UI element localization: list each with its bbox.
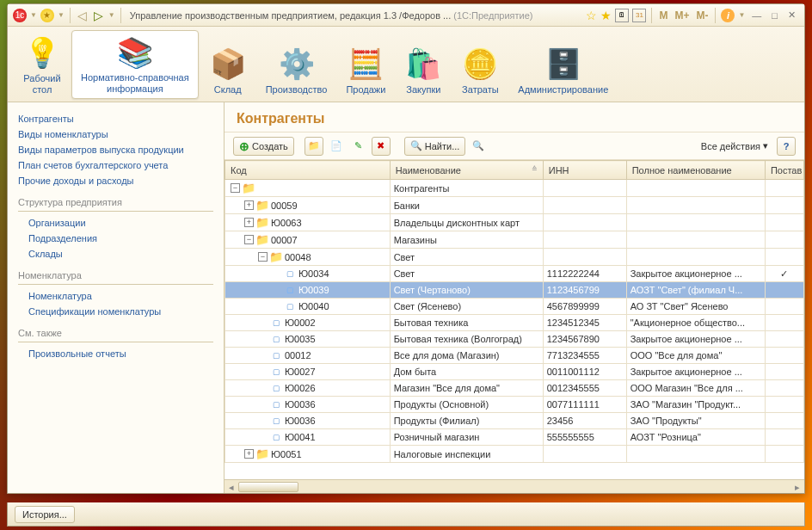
table-row[interactable]: ▢Ю0036 Продукты (Филиал) 23456 ЗАО "Прод… [225, 413, 804, 429]
sidebar-link[interactable]: Спецификации номенклатуры [18, 304, 213, 319]
sidebar-link[interactable]: Подразделения [18, 231, 213, 246]
m-button[interactable]: M [657, 9, 669, 22]
expander-icon[interactable]: + [244, 200, 254, 210]
create-button[interactable]: ⊕Создать [233, 137, 294, 156]
info-icon[interactable]: i [721, 9, 735, 22]
sidebar-link[interactable]: Номенклатура [18, 288, 213, 304]
sidebar-link[interactable]: Контрагенты [18, 111, 213, 126]
calendar-icon[interactable]: 31 [632, 9, 646, 22]
m-plus-button[interactable]: M+ [673, 9, 691, 22]
cell-inn [543, 180, 626, 197]
info-dd[interactable]: ▼ [738, 11, 745, 19]
table-row[interactable]: ▢Ю0002 Бытовая техника 1234512345 "Акцио… [225, 315, 804, 331]
cell-name: Все для дома (Магазин) [390, 348, 543, 364]
col-name[interactable]: Наименование≙ [390, 161, 543, 180]
copy-button[interactable]: 📄 [327, 137, 346, 156]
sidebar-link[interactable]: Виды параметров выпуска продукции [18, 142, 213, 157]
sidebar-link[interactable]: Виды номенклатуры [18, 126, 213, 142]
col-full[interactable]: Полное наименование [626, 161, 765, 180]
help-button[interactable]: ? [777, 137, 796, 156]
ribbon: 💡 Рабочийстол📚 Нормативно-справочнаяинфо… [8, 27, 804, 102]
star2-icon[interactable]: ★ [600, 9, 612, 22]
col-code[interactable]: Код [225, 161, 391, 180]
expander-icon[interactable]: − [231, 183, 240, 193]
delete-button[interactable]: ✖ [372, 137, 391, 156]
sidebar-link[interactable]: Прочие доходы и расходы [18, 173, 213, 188]
app-menu-dd[interactable]: ▼ [30, 11, 37, 19]
table-row[interactable]: ▢00012 Все для дома (Магазин) 7713234555… [225, 348, 804, 364]
expander-icon[interactable]: − [258, 252, 268, 262]
m-minus-button[interactable]: M- [694, 9, 710, 22]
cell-supplier [765, 446, 803, 463]
close-button[interactable]: ✕ [784, 9, 799, 21]
cell-name: Свет (Ясенево) [390, 299, 543, 315]
sidebar-link[interactable]: План счетов бухгалтерского учета [18, 157, 213, 173]
titlebar: 1c ▼ ★ ▼ ◁ ▷ ▼ Управление производственн… [8, 4, 804, 27]
clear-search-button[interactable]: 🔍 [469, 137, 488, 156]
ribbon-item[interactable]: 🪙 Затраты [452, 30, 508, 99]
nav-dd[interactable]: ▼ [108, 11, 115, 19]
theme-dd[interactable]: ▼ [58, 11, 65, 19]
table-row[interactable]: ▢Ю0035 Бытовая техника (Волгоград) 12345… [225, 331, 804, 348]
cell-code: Ю0039 [298, 285, 329, 295]
table-row[interactable]: −📁 Контрагенты [225, 180, 804, 197]
ribbon-item[interactable]: 🧮 Продажи [337, 30, 394, 99]
minimize-button[interactable]: — [748, 10, 765, 21]
table-row[interactable]: ▢Ю0040 Свет (Ясенево) 4567899999 АО ЗТ "… [225, 299, 804, 315]
sidebar-link[interactable]: Произвольные отчеты [18, 346, 213, 361]
theme-icon[interactable]: ★ [40, 9, 54, 22]
cell-name: Дом быта [390, 364, 543, 380]
col-inn[interactable]: ИНН [543, 161, 626, 180]
app-icon: 1c [13, 9, 27, 22]
sort-icon: ≙ [532, 165, 538, 173]
cell-supplier [765, 180, 803, 197]
h-scrollbar[interactable]: ◂ ▸ [225, 479, 804, 493]
scroll-left-icon[interactable]: ◂ [225, 480, 238, 493]
ribbon-item[interactable]: 🗄️ Администрирование [509, 30, 617, 99]
sidebar-link[interactable]: Склады [18, 246, 213, 262]
ribbon-icon: 🛍️ [404, 45, 442, 83]
nav-back-icon[interactable]: ◁ [76, 9, 89, 22]
nav-forward-icon[interactable]: ▷ [92, 9, 105, 22]
table-row[interactable]: +📁00059 Банки [225, 197, 804, 214]
cell-inn [543, 249, 626, 266]
plus-icon: ⊕ [239, 139, 249, 153]
table-row[interactable]: −📁00007 Магазины [225, 231, 804, 249]
sidebar-link[interactable]: Организации [18, 215, 213, 231]
favorite-icon[interactable]: ☆ [586, 9, 597, 22]
ribbon-item[interactable]: 📦 Склад [200, 30, 255, 99]
cell-code: 00007 [271, 235, 298, 245]
table-row[interactable]: ▢Ю0041 Розничный магазин 555555555 АОЗТ … [225, 429, 804, 446]
cell-full: Закрытое акционерное ... [626, 266, 765, 282]
table-row[interactable]: ▢Ю0027 Дом быта 0011001112 Закрытое акци… [225, 364, 804, 380]
expander-icon[interactable]: − [244, 235, 254, 244]
maximize-button[interactable]: □ [768, 10, 781, 21]
expander-icon[interactable]: + [244, 449, 254, 459]
ribbon-item[interactable]: 💡 Рабочийстол [15, 30, 70, 99]
table-row[interactable]: ▢Ю0034 Свет 1112222244 Закрытое акционер… [225, 266, 804, 282]
table-row[interactable]: ▢Ю0026 Магазин "Все для дома" 0012345555… [225, 380, 804, 397]
table-row[interactable]: ▢Ю0036 Продукты (Основной) 0077111111 ЗА… [225, 397, 804, 413]
table-row[interactable]: ▢Ю0039 Свет (Чертаново) 1123456799 АОЗТ … [225, 282, 804, 299]
find-button[interactable]: 🔍Найти... [404, 137, 466, 156]
col-sup[interactable]: Постав [765, 161, 803, 180]
all-actions-button[interactable]: Все действия ▾ [696, 137, 773, 156]
calc-icon[interactable]: 🗓 [615, 9, 629, 22]
table-row[interactable]: +📁Ю0051 Налоговые инспекции [225, 446, 804, 463]
edit-button[interactable]: ✎ [349, 137, 368, 156]
expander-icon[interactable]: + [244, 218, 254, 227]
ribbon-item[interactable]: ⚙️ Производство [257, 30, 336, 99]
scroll-thumb[interactable] [238, 482, 298, 492]
cell-code: Ю0027 [285, 367, 316, 377]
ribbon-item[interactable]: 📚 Нормативно-справочнаяинформация [71, 30, 199, 99]
cell-code: Ю0063 [271, 218, 302, 228]
ribbon-item[interactable]: 🛍️ Закупки [396, 30, 451, 99]
scroll-right-icon[interactable]: ▸ [790, 480, 804, 493]
new-folder-button[interactable]: 📁 [304, 137, 323, 156]
history-button[interactable]: История... [15, 506, 75, 523]
ribbon-icon: 📦 [209, 45, 247, 83]
table-row[interactable]: +📁Ю0063 Владельцы дисконтных карт [225, 214, 804, 231]
grid-container[interactable]: Код Наименование≙ ИНН Полное наименовани… [225, 160, 804, 479]
table-row[interactable]: −📁00048 Свет [225, 249, 804, 266]
cell-name: Бытовая техника [390, 315, 543, 331]
